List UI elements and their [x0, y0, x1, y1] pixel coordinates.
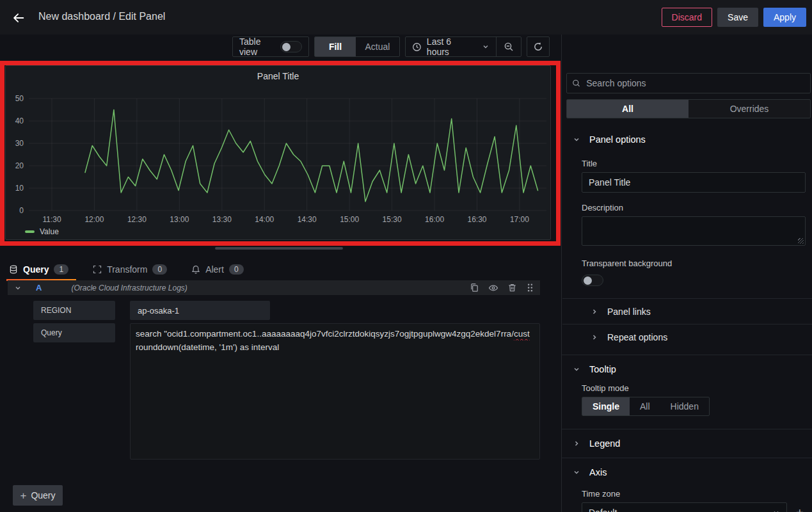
eye-icon[interactable] [488, 283, 498, 293]
svg-text:20: 20 [15, 161, 24, 170]
query-code-editor[interactable]: search "ocid1.compartment.oc1..aaaaaaaaq… [130, 323, 540, 460]
transparent-background-label: Transparent background [582, 259, 806, 268]
section-title: Panel links [607, 307, 651, 317]
tab-all[interactable]: All [567, 100, 689, 118]
tooltip-mode-label: Tooltip mode [582, 383, 806, 393]
description-textarea[interactable] [582, 216, 806, 246]
axis-content: Time zone Default + [561, 489, 812, 512]
section-panel-links[interactable]: Panel links [562, 298, 812, 324]
time-zone-value: Default [589, 508, 617, 512]
transform-icon [93, 265, 102, 274]
header-actions: Discard Save Apply [662, 8, 806, 27]
chevron-right-icon [573, 440, 580, 447]
search-icon [572, 79, 580, 88]
svg-text:10: 10 [15, 184, 24, 193]
discard-button[interactable]: Discard [662, 8, 712, 27]
options-search[interactable] [566, 73, 811, 93]
zoom-out-icon [504, 42, 514, 52]
clock-icon [412, 42, 422, 52]
svg-text:15:30: 15:30 [383, 215, 402, 224]
actual-option[interactable]: Actual [356, 37, 399, 56]
time-picker-group: Last 6 hours [405, 36, 521, 57]
all-overrides-tabs: All Overrides [566, 99, 811, 118]
section-axis[interactable]: Axis [561, 458, 812, 486]
query-count-badge: 1 [54, 264, 68, 275]
time-range-label: Last 6 hours [427, 36, 475, 57]
svg-text:16:00: 16:00 [425, 215, 444, 224]
section-title: Axis [589, 467, 607, 477]
chevron-down-icon [482, 43, 490, 51]
panel-title: Panel Title [6, 71, 550, 81]
svg-text:50: 50 [15, 94, 24, 103]
time-series-chart[interactable]: 0102030405011:3012:0012:3013:0013:3014:0… [6, 84, 550, 237]
region-field-label: REGION [33, 301, 115, 320]
bottom-tabs: Query 1 Transform 0 Alert 0 [8, 259, 245, 280]
section-title: Legend [589, 438, 620, 449]
refresh-button[interactable] [527, 36, 550, 57]
trash-icon[interactable] [507, 283, 517, 292]
tab-transform[interactable]: Transform 0 [92, 259, 168, 280]
query-row-header[interactable]: A (Oracle Cloud Infrastructure Logs) [8, 280, 540, 295]
chart-legend[interactable]: Value [25, 227, 59, 236]
save-button[interactable]: Save [717, 8, 758, 27]
drag-handle-icon[interactable] [526, 283, 534, 292]
section-title: Tooltip [589, 364, 616, 374]
region-field-value[interactable]: ap-osaka-1 [130, 301, 270, 320]
svg-text:14:00: 14:00 [255, 215, 274, 224]
chevron-right-icon [591, 333, 598, 341]
options-search-input[interactable] [585, 77, 805, 89]
zoom-out-button[interactable] [497, 37, 521, 56]
transparent-background-toggle[interactable] [582, 275, 603, 286]
fill-option[interactable]: Fill [315, 37, 356, 56]
tooltip-mode-single[interactable]: Single [582, 397, 630, 415]
table-view-toggle[interactable] [280, 41, 302, 52]
chevron-down-icon [772, 509, 780, 512]
duplicate-icon[interactable] [470, 283, 479, 292]
refresh-icon [533, 42, 543, 52]
svg-text:12:30: 12:30 [127, 215, 147, 224]
tooltip-mode-all[interactable]: All [630, 397, 660, 415]
section-title: Panel options [589, 134, 646, 145]
collapse-chevron-icon[interactable] [14, 284, 22, 292]
section-repeat-options[interactable]: Repeat options [562, 324, 812, 349]
plus-icon: + [20, 490, 26, 501]
time-zone-label: Time zone [582, 489, 806, 499]
panel-title-input[interactable] [582, 172, 806, 193]
back-button[interactable] [10, 10, 27, 26]
time-range-picker[interactable]: Last 6 hours [406, 37, 497, 56]
bell-icon [191, 265, 200, 274]
section-panel-options[interactable]: Panel options [561, 125, 812, 154]
chevron-right-icon [591, 308, 598, 316]
tab-query[interactable]: Query 1 [8, 259, 70, 280]
chevron-down-icon [573, 365, 580, 373]
chart-panel[interactable]: Panel Title 0102030405011:3012:0012:3013… [5, 65, 551, 240]
legend-label: Value [40, 227, 59, 236]
tab-overrides[interactable]: Overrides [689, 100, 810, 118]
panel-options-content: Title Description Transparent background [561, 159, 812, 298]
page-title: New dashboard / Edit Panel [38, 11, 165, 22]
chevron-down-icon [573, 136, 580, 143]
tab-query-label: Query [23, 264, 49, 275]
tooltip-content: Tooltip mode Single All Hidden [561, 383, 812, 429]
add-query-button[interactable]: + Query [13, 485, 63, 506]
query-text-misspelled: cust [514, 329, 530, 339]
pane-resize-handle[interactable] [215, 247, 343, 250]
svg-text:0: 0 [19, 206, 24, 215]
transform-count-badge: 0 [152, 264, 167, 275]
section-tooltip[interactable]: Tooltip [561, 355, 812, 383]
section-title: Repeat options [607, 332, 667, 342]
query-field-label: Query [33, 323, 115, 342]
section-legend[interactable]: Legend [561, 429, 812, 458]
arrow-left-icon [12, 11, 26, 25]
chevron-down-icon [573, 468, 580, 476]
tooltip-mode-hidden[interactable]: Hidden [660, 397, 709, 415]
apply-button[interactable]: Apply [763, 8, 806, 27]
tab-transform-label: Transform [107, 264, 147, 275]
svg-text:15:00: 15:00 [340, 215, 359, 224]
svg-text:11:30: 11:30 [42, 215, 61, 224]
tab-alert[interactable]: Alert 0 [190, 259, 244, 280]
add-time-zone-button[interactable]: + [796, 506, 804, 512]
time-zone-select[interactable]: Default [582, 502, 787, 512]
svg-text:13:30: 13:30 [212, 215, 232, 224]
options-sections: Panel options Title Description Transpar… [561, 125, 812, 512]
